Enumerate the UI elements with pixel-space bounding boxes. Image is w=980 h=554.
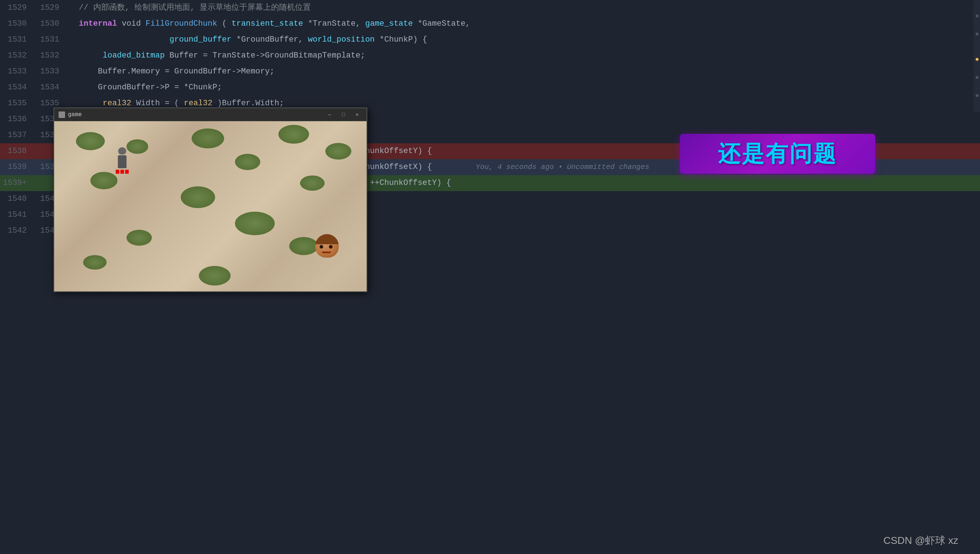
npc-hair — [315, 234, 339, 244]
code-line-1534: 1534 1534 GroundBuffer->P = *ChunkP; — [0, 80, 980, 96]
grass-patch — [199, 266, 231, 286]
watermark: CSDN @虾球 xz — [883, 534, 958, 548]
minimize-button[interactable]: — — [325, 111, 335, 118]
scroll-indicator-3 — [976, 58, 978, 61]
player-dot-2 — [120, 170, 124, 174]
grass-patch — [235, 154, 260, 170]
scroll-indicator-1 — [976, 14, 978, 18]
maximize-button[interactable]: □ — [338, 111, 348, 118]
player-body — [118, 155, 127, 168]
grass-patch — [127, 139, 148, 154]
scroll-indicator-4 — [976, 76, 978, 79]
player-dot-3 — [125, 170, 129, 174]
grass-patch — [192, 128, 224, 148]
player-head — [118, 147, 126, 155]
grass-patch — [235, 212, 275, 235]
player-indicators — [116, 170, 129, 174]
grass-patch — [300, 176, 325, 191]
scroll-indicator-5 — [976, 94, 978, 97]
grass-patch — [181, 186, 215, 208]
player-dot-1 — [116, 170, 119, 174]
npc-eye-left — [320, 245, 323, 249]
code-line-1531: 1531 1531 ground_buffer *GroundBuffer, w… — [0, 32, 980, 48]
code-line-1530: 1530 1530 internal void FillGroundChunk … — [0, 16, 980, 32]
window-controls: — □ ✕ — [325, 111, 362, 118]
npc-character — [315, 234, 340, 259]
npc-face — [315, 234, 339, 258]
scrollbar[interactable] — [974, 0, 980, 112]
close-button[interactable]: ✕ — [352, 111, 362, 118]
grass-patch — [278, 125, 309, 144]
game-icon — [59, 112, 65, 118]
npc-eye-right — [329, 245, 332, 249]
code-line-1533: 1533 1533 Buffer.Memory = GroundBuffer->… — [0, 64, 980, 80]
game-titlebar: game — □ ✕ — [54, 108, 367, 121]
grass-patch — [83, 255, 107, 270]
player-character — [116, 147, 129, 168]
code-editor: 1529 1529 // 内部函数, 绘制测试用地面, 显示草地位于屏幕上的随机… — [0, 0, 980, 112]
code-line-1532: 1532 1532 loaded_bitmap Buffer = TranSta… — [0, 48, 980, 64]
grass-patch — [91, 172, 118, 189]
game-canvas — [54, 121, 367, 291]
scroll-indicator-2 — [976, 33, 978, 35]
grass-patch — [325, 143, 352, 160]
grass-patch — [76, 132, 105, 150]
code-line-1529: 1529 1529 // 内部函数, 绘制测试用地面, 显示草地位于屏幕上的随机… — [0, 0, 980, 16]
banner: 还是有问题 — [680, 134, 875, 174]
banner-text: 还是有问题 — [718, 139, 837, 169]
npc-mouth — [322, 251, 331, 253]
game-title: game — [68, 112, 325, 118]
game-window: game — □ ✕ — [54, 107, 367, 292]
grass-patch — [127, 230, 152, 246]
grass-patch — [289, 237, 318, 255]
